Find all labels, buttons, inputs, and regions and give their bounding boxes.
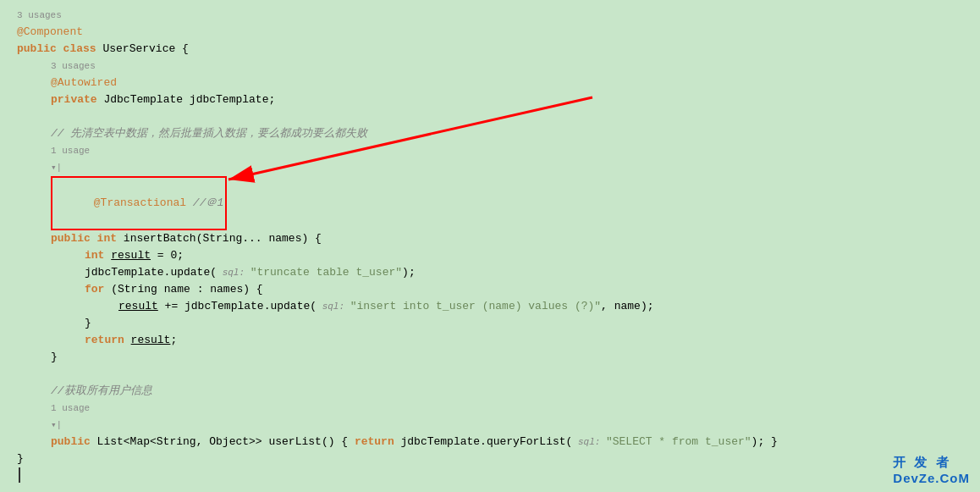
int-keyword: int bbox=[97, 230, 124, 247]
fold-line-1: ▾| bbox=[17, 159, 980, 176]
close-class-line: } bbox=[17, 451, 980, 467]
insert-sql: "insert into t_user (name) values (?)" bbox=[350, 298, 601, 315]
select-sql: "SELECT * from t_user" bbox=[606, 434, 752, 451]
method-sig-line: public int insertBatch(String... names) … bbox=[17, 230, 980, 247]
plus-assign: += jdbcTemplate.update( bbox=[158, 298, 317, 315]
open-brace: { bbox=[182, 41, 189, 58]
watermark-line2: DevZe.CoM bbox=[893, 471, 970, 485]
insert-params: , name); bbox=[601, 298, 653, 315]
comment-text-2: //获取所有用户信息 bbox=[51, 383, 152, 400]
truncate-sql: "truncate table t_user" bbox=[251, 264, 402, 281]
close-for-line: } bbox=[17, 315, 980, 332]
usages-line-3: 1 usage bbox=[17, 142, 980, 159]
for-line: for (String name : names) { bbox=[17, 281, 980, 298]
public-keyword: public bbox=[17, 41, 63, 58]
usages-line-2: 3 usages bbox=[17, 58, 980, 75]
code-editor: 3 usages @Component public class UserSer… bbox=[0, 0, 980, 492]
component-annotation: @Component bbox=[17, 24, 83, 41]
jdbc-template-field: jdbcTemplate; bbox=[190, 91, 275, 108]
return-keyword-2: return bbox=[355, 434, 401, 451]
watermark-line1: 开 发 者 bbox=[893, 455, 970, 471]
class-decl-line: public class UserService { bbox=[17, 41, 980, 58]
comment-text-1: // 先清空表中数据，然后批量插入数据，要么都成功要么都失败 bbox=[51, 125, 367, 142]
result-update-line: result += jdbcTemplate.update( sql: "ins… bbox=[17, 298, 980, 315]
usages-label-1: 3 usages bbox=[17, 7, 62, 24]
truncate-line: jdbcTemplate.update( sql: "truncate tabl… bbox=[17, 264, 980, 281]
transactional-line: @Transactional //＠1 bbox=[17, 176, 980, 230]
usages-line-4: 1 usage bbox=[17, 400, 980, 417]
for-keyword: for bbox=[85, 281, 111, 298]
comment-line-1: // 先清空表中数据，然后批量插入数据，要么都成功要么都失败 bbox=[17, 125, 980, 142]
insert-batch-method: insertBatch bbox=[124, 230, 196, 247]
result-decl-line: int result = 0; bbox=[17, 247, 980, 264]
result-assign: = 0; bbox=[151, 247, 184, 264]
field-line: private JdbcTemplate jdbcTemplate; bbox=[17, 91, 980, 108]
close-class-brace: } bbox=[17, 451, 24, 467]
comment-line-2: //获取所有用户信息 bbox=[17, 383, 980, 400]
private-keyword: private bbox=[51, 91, 103, 108]
close-for-brace: } bbox=[85, 315, 91, 332]
transactional-highlight: @Transactional //＠1 bbox=[51, 176, 227, 230]
for-params: (String name : names) { bbox=[111, 281, 262, 298]
userlist-method: userList bbox=[268, 434, 321, 451]
result-var: result bbox=[111, 247, 151, 264]
jdbc-queryforlist: jdbcTemplate.queryForList( bbox=[401, 434, 573, 451]
fold-icon-2: ▾| bbox=[51, 417, 62, 434]
class-name: UserService bbox=[102, 41, 182, 58]
empty-line-2 bbox=[17, 366, 980, 383]
userlist-body-open: () { bbox=[322, 434, 355, 451]
transactional-annotation: @Transactional bbox=[94, 196, 193, 209]
empty-line-1 bbox=[17, 108, 980, 125]
int-keyword-2: int bbox=[85, 247, 111, 264]
sql-label-2: sql: bbox=[317, 298, 350, 315]
return-line: return result; bbox=[17, 332, 980, 349]
list-type: List<Map<String, Object>> bbox=[97, 434, 269, 451]
userlist-close: ); } bbox=[752, 434, 778, 451]
truncate-close: ); bbox=[402, 264, 416, 281]
method-params: (String... names) { bbox=[196, 230, 322, 247]
jdbc-template-ref-1: jdbcTemplate.update( bbox=[85, 264, 217, 281]
return-keyword: return bbox=[85, 332, 131, 349]
userlist-line: public List<Map<String, Object>> userLis… bbox=[17, 434, 980, 451]
usages-label-3: 1 usage bbox=[51, 142, 90, 159]
close-method-line: } bbox=[17, 349, 980, 366]
transactional-comment: //＠1 bbox=[193, 196, 223, 209]
return-result: result bbox=[131, 332, 171, 349]
autowired-line: @Autowired bbox=[17, 75, 980, 91]
fold-line-2: ▾| bbox=[17, 417, 980, 434]
usages-label-2: 3 usages bbox=[51, 58, 96, 75]
jdbc-template-type: JdbcTemplate bbox=[103, 91, 189, 108]
usages-label-4: 1 usage bbox=[51, 400, 90, 417]
sql-label-1: sql: bbox=[217, 264, 251, 281]
sql-label-3: sql: bbox=[572, 434, 606, 451]
component-line: @Component bbox=[17, 24, 980, 41]
return-semi: ; bbox=[170, 332, 177, 349]
autowired-annotation: @Autowired bbox=[51, 75, 117, 91]
public-keyword-2: public bbox=[51, 230, 97, 247]
cursor-line bbox=[19, 467, 20, 483]
public-keyword-3: public bbox=[51, 434, 97, 451]
class-keyword: class bbox=[63, 41, 103, 58]
result-var-2: result bbox=[118, 298, 158, 315]
close-method-brace: } bbox=[51, 349, 58, 366]
fold-icon-1: ▾| bbox=[51, 159, 62, 176]
usages-line-1: 3 usages bbox=[17, 7, 980, 24]
watermark: 开 发 者 DevZe.CoM bbox=[893, 455, 970, 485]
